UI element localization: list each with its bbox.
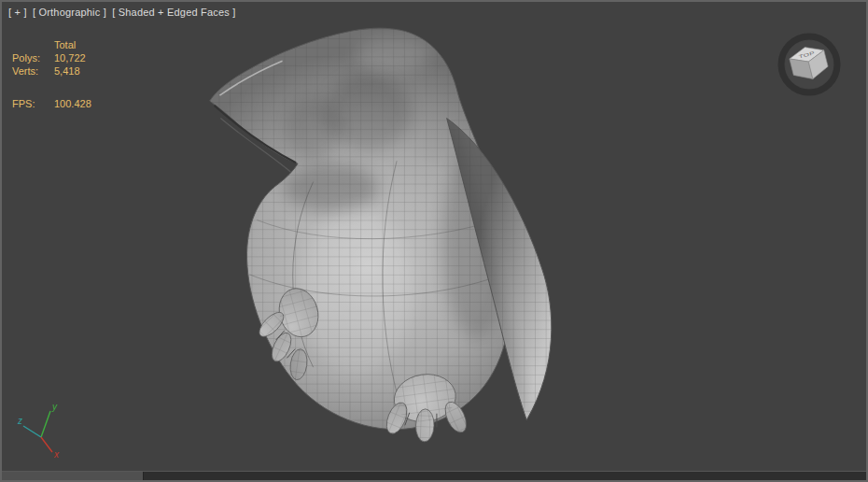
axis-y-line [41, 411, 50, 437]
stats-spacer [12, 38, 54, 51]
stats-fps-label: FPS: [12, 97, 54, 110]
stats-gap [12, 78, 91, 97]
viewport-orthographic[interactable]: [ + ] [ Orthographic ] [ Shaded + Edged … [2, 2, 866, 471]
axis-y-label: y [51, 402, 58, 412]
penguin-body-wireframe [210, 28, 512, 429]
axis-tripod: y z x [17, 402, 73, 460]
stats-row-polys: Polys: 10,722 [12, 51, 91, 64]
viewport-menu-shading[interactable]: [ Shaded + Edged Faces ] [112, 7, 235, 18]
viewcube[interactable]: TOP [767, 22, 851, 106]
viewport-menu-general[interactable]: [ + ] [8, 7, 27, 18]
stats-row-fps: FPS: 100.428 [12, 97, 91, 110]
stats-polys-value: 10,722 [54, 51, 86, 64]
model-penguin[interactable] [210, 28, 552, 442]
viewport-menu-pov[interactable]: [ Orthographic ] [33, 7, 106, 18]
max-viewport-window: [ + ] [ Orthographic ] [ Shaded + Edged … [0, 0, 868, 482]
stats-verts-value: 5,418 [54, 64, 80, 78]
axis-z-label: z [17, 416, 22, 426]
stats-fps-value: 100.428 [54, 97, 91, 110]
scene-canvas[interactable] [2, 2, 866, 471]
stats-polys-label: Polys: [12, 51, 54, 64]
stats-total-header: Total [54, 38, 76, 51]
axis-x-line [41, 437, 52, 452]
stats-row-total: Total [12, 38, 91, 51]
bottom-panel [2, 471, 866, 480]
axis-x-label: x [53, 449, 60, 460]
stats-row-verts: Verts: 5,418 [12, 64, 91, 78]
stats-verts-label: Verts: [12, 64, 54, 78]
axis-z-line [23, 426, 41, 437]
viewport-label: [ + ] [ Orthographic ] [ Shaded + Edged … [8, 7, 239, 18]
bottom-panel-segment [2, 472, 144, 480]
statistics-overlay: Total Polys: 10,722 Verts: 5,418 FPS: 10… [12, 38, 91, 110]
